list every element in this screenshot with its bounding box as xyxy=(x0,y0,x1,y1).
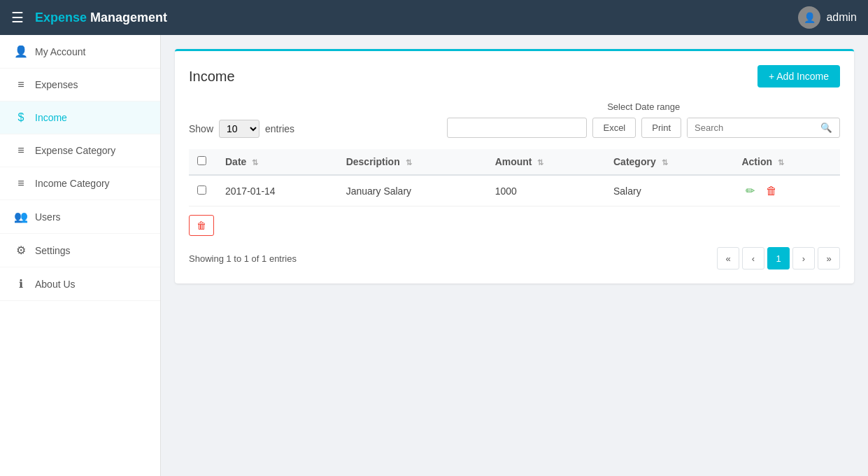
brand-highlight: Expense xyxy=(35,10,87,24)
sidebar-item-label: Expenses xyxy=(35,79,78,90)
date-row: 01-01-2017 – 02-03-2017 Excel Print 🔍 xyxy=(447,118,840,138)
main-content: Income + Add Income Show 10 25 50 100 en… xyxy=(161,35,868,476)
date-range-input[interactable]: 01-01-2017 – 02-03-2017 xyxy=(447,118,587,138)
app-brand: Expense Management xyxy=(35,10,167,25)
income-icon: $ xyxy=(14,111,28,124)
sort-action-icon: ⇅ xyxy=(778,158,784,167)
income-table: Date ⇅ Description ⇅ Amount ⇅ Category xyxy=(189,149,840,206)
navbar-right: 👤 admin xyxy=(798,6,857,29)
row-checkbox-cell xyxy=(189,175,217,206)
sidebar-item-label: My Account xyxy=(35,46,85,57)
sidebar-item-label: Income xyxy=(35,112,67,123)
bulk-delete-button[interactable]: 🗑 xyxy=(189,215,214,236)
about-icon: ℹ xyxy=(14,277,28,290)
entries-label: entries xyxy=(265,123,294,134)
sort-description-icon: ⇅ xyxy=(406,158,412,167)
page-title: Income xyxy=(189,69,235,85)
next-page-button[interactable]: › xyxy=(792,247,815,270)
pagination-row: Showing 1 to 1 of 1 entries « ‹ 1 › » xyxy=(189,247,840,270)
income-category-icon: ≡ xyxy=(14,177,28,190)
sort-amount-icon: ⇅ xyxy=(537,158,543,167)
th-action[interactable]: Action ⇅ xyxy=(733,149,840,175)
row-description: January Salary xyxy=(338,175,487,206)
th-category-label: Category xyxy=(613,156,656,167)
sidebar: 👤 My Account ≡ Expenses $ Income ≡ Expen… xyxy=(0,35,161,476)
trash-icon: 🗑 xyxy=(197,220,206,231)
date-controls: Select Date range 01-01-2017 – 02-03-201… xyxy=(447,102,840,138)
sidebar-item-income-category[interactable]: ≡ Income Category xyxy=(0,167,160,200)
select-all-checkbox[interactable] xyxy=(197,156,206,165)
show-entries-control: Show 10 25 50 100 entries xyxy=(189,120,294,138)
edit-button[interactable]: ✏ xyxy=(741,183,759,199)
row-category: Salary xyxy=(605,175,733,206)
first-page-button[interactable]: « xyxy=(717,247,739,270)
th-checkbox xyxy=(189,149,217,175)
sidebar-item-users[interactable]: 👥 Users xyxy=(0,200,160,234)
search-box: 🔍 xyxy=(687,118,840,138)
excel-button[interactable]: Excel xyxy=(592,118,636,138)
th-amount[interactable]: Amount ⇅ xyxy=(487,149,605,175)
expense-category-icon: ≡ xyxy=(14,144,28,157)
admin-label: admin xyxy=(826,11,857,24)
date-range-label: Select Date range xyxy=(607,102,680,112)
last-page-button[interactable]: » xyxy=(818,247,840,270)
sidebar-item-label: Settings xyxy=(35,245,71,256)
row-date: 2017-01-14 xyxy=(217,175,338,206)
search-button[interactable]: 🔍 xyxy=(813,118,839,137)
print-button[interactable]: Print xyxy=(641,118,681,138)
sidebar-item-expenses[interactable]: ≡ Expenses xyxy=(0,69,160,102)
income-card: Income + Add Income Show 10 25 50 100 en… xyxy=(175,49,854,284)
sidebar-toggle-button[interactable]: ☰ xyxy=(11,9,24,26)
th-amount-label: Amount xyxy=(495,156,532,167)
th-description[interactable]: Description ⇅ xyxy=(338,149,487,175)
sidebar-item-my-account[interactable]: 👤 My Account xyxy=(0,35,160,69)
row-amount: 1000 xyxy=(487,175,605,206)
table-row: 2017-01-14 January Salary 1000 Salary ✏ … xyxy=(189,175,840,206)
th-action-label: Action xyxy=(741,156,772,167)
delete-button[interactable]: 🗑 xyxy=(762,183,781,199)
search-icon: 🔍 xyxy=(820,122,832,133)
sidebar-item-about-us[interactable]: ℹ About Us xyxy=(0,267,160,301)
th-description-label: Description xyxy=(346,156,400,167)
settings-icon: ⚙ xyxy=(14,244,28,257)
sidebar-item-label: About Us xyxy=(35,279,76,290)
card-header: Income + Add Income xyxy=(189,65,840,88)
main-layout: 👤 My Account ≡ Expenses $ Income ≡ Expen… xyxy=(0,35,868,476)
sidebar-item-income[interactable]: $ Income xyxy=(0,102,160,134)
sort-category-icon: ⇅ xyxy=(662,158,668,167)
showing-text: Showing 1 to 1 of 1 entries xyxy=(189,253,297,264)
users-icon: 👥 xyxy=(14,210,28,223)
user-icon: 👤 xyxy=(14,45,28,58)
sort-date-icon: ⇅ xyxy=(252,158,258,167)
search-input[interactable] xyxy=(688,118,813,137)
current-page-button[interactable]: 1 xyxy=(767,247,790,270)
brand-rest: Management xyxy=(87,10,167,24)
sidebar-item-label: Users xyxy=(35,211,61,223)
avatar: 👤 xyxy=(798,6,820,29)
prev-page-button[interactable]: ‹ xyxy=(742,247,764,270)
sidebar-item-expense-category[interactable]: ≡ Expense Category xyxy=(0,134,160,167)
bulk-delete-container: 🗑 xyxy=(189,206,840,236)
expenses-icon: ≡ xyxy=(14,78,28,91)
entries-select[interactable]: 10 25 50 100 xyxy=(219,120,259,138)
add-income-button[interactable]: + Add Income xyxy=(757,65,840,88)
navbar: ☰ Expense Management 👤 admin xyxy=(0,0,868,35)
show-label: Show xyxy=(189,123,213,134)
th-category[interactable]: Category ⇅ xyxy=(605,149,733,175)
sidebar-item-label: Income Category xyxy=(35,178,110,189)
sidebar-item-label: Expense Category xyxy=(35,145,115,156)
th-date-label: Date xyxy=(225,156,246,167)
sidebar-item-settings[interactable]: ⚙ Settings xyxy=(0,234,160,267)
th-date[interactable]: Date ⇅ xyxy=(217,149,338,175)
row-action: ✏ 🗑 xyxy=(733,175,840,206)
table-header-row: Date ⇅ Description ⇅ Amount ⇅ Category xyxy=(189,149,840,175)
pagination: « ‹ 1 › » xyxy=(717,247,840,270)
row-checkbox[interactable] xyxy=(197,186,206,195)
